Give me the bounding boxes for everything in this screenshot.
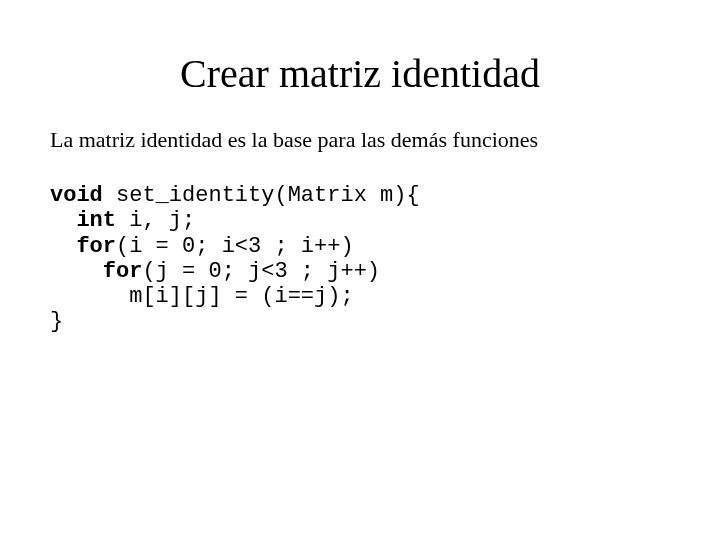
code-text: (j = 0; j<3 ; j++)	[142, 259, 380, 284]
slide-subtitle: La matriz identidad es la base para las …	[50, 127, 670, 153]
code-text: }	[50, 309, 63, 334]
slide: Crear matriz identidad La matriz identid…	[0, 0, 720, 540]
code-block: void set_identity(Matrix m){ int i, j; f…	[50, 183, 670, 335]
code-text: i, j;	[116, 208, 195, 233]
code-indent	[50, 234, 76, 259]
code-keyword-for: for	[103, 259, 143, 284]
code-indent	[50, 208, 76, 233]
slide-title: Crear matriz identidad	[50, 50, 670, 97]
code-text: m[i][j] = (i==j);	[129, 284, 353, 309]
code-keyword-for: for	[76, 234, 116, 259]
code-text: (i = 0; i<3 ; i++)	[116, 234, 354, 259]
code-indent	[50, 259, 103, 284]
code-indent	[50, 284, 129, 309]
code-text: set_identity(Matrix m){	[103, 183, 420, 208]
code-keyword-void: void	[50, 183, 103, 208]
code-keyword-int: int	[76, 208, 116, 233]
